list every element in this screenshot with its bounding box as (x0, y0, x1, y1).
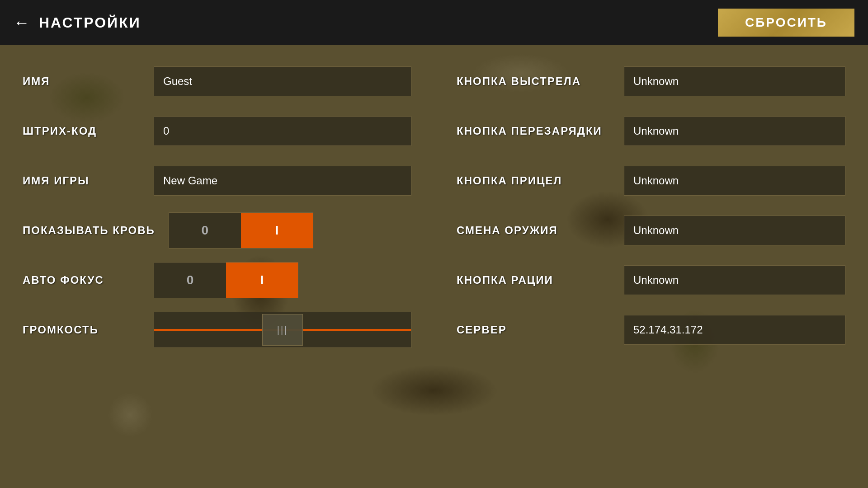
header: ← НАСТРОЙКИ СБРОСИТЬ (0, 0, 868, 45)
radio-button-label: КНОПКА РАЦИИ (457, 274, 610, 286)
weapon-switch-label: СМЕНА ОРУЖИЯ (457, 224, 610, 237)
fire-button-label: КНОПКА ВЫСТРЕЛА (457, 75, 610, 88)
autofocus-toggle[interactable]: 0 I (154, 262, 298, 298)
slider-thumb-icon: ||| (277, 325, 288, 335)
show-blood-toggle[interactable]: 0 I (169, 212, 313, 249)
name-input[interactable] (154, 66, 411, 96)
weapon-switch-value[interactable]: Unknown (624, 216, 845, 245)
slider-thumb[interactable]: ||| (262, 314, 303, 346)
autofocus-off[interactable]: 0 (154, 263, 226, 298)
barcode-label: ШТРИХ-КОД (23, 125, 140, 137)
game-name-label: ИМЯ ИГРЫ (23, 174, 140, 187)
server-label: СЕРВЕР (457, 324, 610, 336)
volume-slider[interactable]: ||| (154, 312, 411, 348)
volume-row: ГРОМКОСТЬ ||| (23, 312, 411, 348)
show-blood-label: ПОКАЗЫВАТЬ КРОВЬ (23, 224, 155, 237)
game-name-input[interactable] (154, 166, 411, 196)
back-button[interactable]: ← (14, 13, 30, 32)
fire-button-value[interactable]: Unknown (624, 66, 845, 96)
barcode-input[interactable] (154, 116, 411, 146)
aim-button-value[interactable]: Unknown (624, 166, 845, 196)
show-blood-on[interactable]: I (241, 213, 313, 248)
server-row: СЕРВЕР 52.174.31.172 (457, 312, 845, 348)
reload-button-label: КНОПКА ПЕРЕЗАРЯДКИ (457, 125, 610, 137)
autofocus-label: АВТО ФОКУС (23, 274, 140, 286)
aim-button-row: КНОПКА ПРИЦЕЛ Unknown (457, 163, 845, 199)
reload-button-row: КНОПКА ПЕРЕЗАРЯДКИ Unknown (457, 113, 845, 149)
aim-button-label: КНОПКА ПРИЦЕЛ (457, 174, 610, 187)
barcode-row: ШТРИХ-КОД (23, 113, 411, 149)
reload-button-value[interactable]: Unknown (624, 116, 845, 146)
fire-button-row: КНОПКА ВЫСТРЕЛА Unknown (457, 63, 845, 99)
name-label: ИМЯ (23, 75, 140, 88)
page-title: НАСТРОЙКИ (39, 14, 141, 31)
show-blood-row: ПОКАЗЫВАТЬ КРОВЬ 0 I (23, 212, 411, 249)
autofocus-row: АВТО ФОКУС 0 I (23, 262, 411, 298)
volume-label: ГРОМКОСТЬ (23, 324, 140, 336)
left-settings: ИМЯ ШТРИХ-КОД ИМЯ ИГРЫ ПОКАЗЫВАТЬ КРОВЬ … (23, 63, 411, 348)
reset-button[interactable]: СБРОСИТЬ (718, 9, 854, 37)
weapon-switch-row: СМЕНА ОРУЖИЯ Unknown (457, 212, 845, 249)
name-row: ИМЯ (23, 63, 411, 99)
header-left: ← НАСТРОЙКИ (14, 13, 141, 32)
background: ← НАСТРОЙКИ СБРОСИТЬ ИМЯ ШТРИХ-КОД ИМЯ И… (0, 0, 868, 488)
server-value[interactable]: 52.174.31.172 (624, 315, 845, 345)
show-blood-off[interactable]: 0 (169, 213, 241, 248)
autofocus-on[interactable]: I (226, 263, 298, 298)
radio-button-value[interactable]: Unknown (624, 265, 845, 295)
game-name-row: ИМЯ ИГРЫ (23, 163, 411, 199)
main-content: ИМЯ ШТРИХ-КОД ИМЯ ИГРЫ ПОКАЗЫВАТЬ КРОВЬ … (0, 45, 868, 488)
right-settings: КНОПКА ВЫСТРЕЛА Unknown КНОПКА ПЕРЕЗАРЯД… (457, 63, 845, 348)
radio-button-row: КНОПКА РАЦИИ Unknown (457, 262, 845, 298)
